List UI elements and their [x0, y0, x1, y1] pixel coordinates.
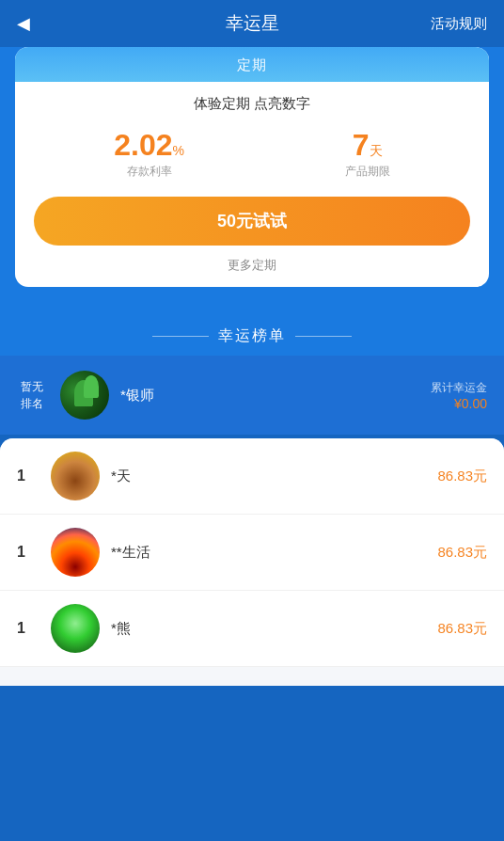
title-line-right [295, 336, 352, 337]
leaderboard-section: 幸运榜单 暂无 排名 *银师 累计幸运金 ¥0.00 [0, 306, 504, 435]
product-type-label: 定期 [237, 56, 267, 72]
days-stat: 7天 产品期限 [345, 130, 390, 180]
days-value-display: 7天 [345, 130, 390, 160]
avatar-1 [51, 452, 100, 500]
list-item: 1 *天 86.83元 [0, 438, 504, 515]
list-item: 1 *熊 86.83元 [0, 591, 504, 667]
product-card: 定期 体验定期 点亮数字 2.02% 存款利率 7天 产品期限 50元试试 [15, 47, 489, 287]
days-value: 7 [353, 128, 370, 162]
product-subtitle: 体验定期 点亮数字 [34, 95, 470, 113]
title-line-left [152, 336, 209, 337]
amount-2: 86.83元 [437, 544, 487, 562]
page-title: 幸运星 [226, 11, 279, 36]
product-area: 定期 体验定期 点亮数字 2.02% 存款利率 7天 产品期限 50元试试 [0, 47, 504, 306]
my-rank-label: 暂无 排名 [17, 378, 47, 412]
avatar-3-image [51, 604, 100, 653]
header: ◀ 幸运星 活动规则 [0, 0, 504, 47]
avatar-1-image [51, 452, 100, 500]
name-1: *天 [111, 468, 437, 485]
rank-2-num: 1 [17, 544, 38, 561]
back-button[interactable]: ◀ [17, 13, 30, 34]
my-rank-line2: 排名 [21, 397, 43, 410]
name-3: *熊 [111, 620, 437, 638]
amount-3: 86.83元 [437, 620, 487, 638]
avatar-3 [51, 604, 100, 653]
product-stats: 2.02% 存款利率 7天 产品期限 [34, 130, 470, 180]
list-item: 1 **生活 86.83元 [0, 515, 504, 591]
rate-value: 2.02 [114, 128, 172, 162]
activity-rule-link[interactable]: 活动规则 [431, 15, 487, 33]
my-rank-right: 累计幸运金 ¥0.00 [431, 380, 487, 411]
leaderboard-title: 幸运榜单 [218, 326, 286, 346]
my-rank-card: 暂无 排名 *银师 累计幸运金 ¥0.00 [0, 356, 504, 435]
amount-1: 86.83元 [437, 468, 487, 485]
days-unit: 天 [370, 143, 383, 158]
try-button[interactable]: 50元试试 [34, 197, 470, 246]
my-rank-line1: 暂无 [21, 380, 43, 393]
more-fixed-link[interactable]: 更多定期 [34, 257, 470, 278]
rate-stat: 2.02% 存款利率 [114, 130, 184, 180]
my-avatar [60, 371, 109, 420]
rate-value-display: 2.02% [114, 130, 184, 160]
name-2: **生活 [111, 544, 437, 562]
product-card-header: 定期 [15, 47, 489, 82]
rank-3-num: 1 [17, 620, 38, 637]
list-section: 1 *天 86.83元 1 **生活 86.83元 1 *熊 86.83元 [0, 438, 504, 686]
rank-1-num: 1 [17, 468, 38, 484]
days-label: 产品期限 [345, 164, 390, 180]
my-rank-amount: ¥0.00 [431, 396, 487, 411]
product-card-body: 体验定期 点亮数字 2.02% 存款利率 7天 产品期限 50元试试 更多定期 [15, 82, 489, 287]
my-rank-amount-label: 累计幸运金 [431, 380, 487, 396]
avatar-2 [51, 528, 100, 577]
leaderboard-title-row: 幸运榜单 [0, 315, 504, 356]
rate-label: 存款利率 [114, 164, 184, 180]
rate-unit: % [173, 143, 184, 158]
back-icon: ◀ [17, 13, 30, 34]
my-avatar-image [60, 371, 109, 420]
avatar-2-image [51, 528, 100, 577]
my-rank-name: *银师 [120, 387, 431, 405]
